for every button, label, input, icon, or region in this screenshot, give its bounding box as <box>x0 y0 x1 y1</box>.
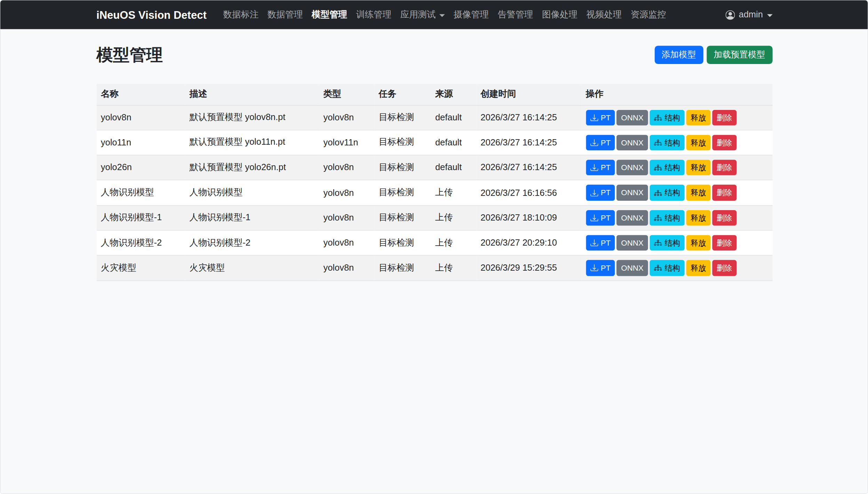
release-button[interactable]: 释放 <box>686 210 710 226</box>
column-header: 操作 <box>581 84 772 105</box>
cell-source: default <box>431 105 476 130</box>
nav-item[interactable]: 数据标注 <box>219 9 263 21</box>
app-brand[interactable]: iNeuOS Vision Detect <box>96 8 207 21</box>
delete-button[interactable]: 删除 <box>712 160 736 175</box>
download-pt-button[interactable]: PT <box>586 110 615 125</box>
structure-button[interactable]: 结构 <box>650 210 684 226</box>
button-label: 删除 <box>717 237 732 248</box>
cell-name: yolo11n <box>96 130 185 155</box>
user-menu[interactable]: admin <box>725 10 772 20</box>
model-table: 名称描述类型任务来源创建时间操作 yolov8n默认预置模型 yolov8n.p… <box>96 84 772 281</box>
page-canvas: iNeuOS Vision Detect 数据标注数据管理模型管理训练管理应用测… <box>0 0 868 494</box>
structure-button[interactable]: 结构 <box>650 235 684 251</box>
nav-item[interactable]: 模型管理 <box>307 9 351 21</box>
cell-source: 上传 <box>431 255 476 280</box>
structure-button[interactable]: 结构 <box>650 135 684 150</box>
cell-actions: PTONNX结构释放删除 <box>581 255 772 280</box>
onnx-button[interactable]: ONNX <box>617 185 648 200</box>
person-circle-icon <box>725 10 735 19</box>
onnx-button[interactable]: ONNX <box>617 160 648 175</box>
column-header: 描述 <box>185 84 319 105</box>
onnx-button[interactable]: ONNX <box>617 210 648 226</box>
button-label: PT <box>601 137 611 148</box>
cell-task: 目标检测 <box>374 130 431 155</box>
cell-type: yolov8n <box>319 230 374 255</box>
table-row: yolov8n默认预置模型 yolov8n.ptyolov8n目标检测defau… <box>96 105 772 130</box>
download-icon <box>590 264 598 272</box>
cell-type: yolov11n <box>319 130 374 155</box>
release-button[interactable]: 释放 <box>686 160 710 175</box>
nav-item[interactable]: 数据管理 <box>263 9 307 21</box>
release-button[interactable]: 释放 <box>686 110 710 125</box>
delete-button[interactable]: 删除 <box>712 135 736 150</box>
table-row: 人物识别模型-2人物识别模型-2yolov8n目标检测上传2026/3/27 2… <box>96 230 772 255</box>
button-label: 删除 <box>717 112 732 123</box>
nav-item[interactable]: 应用测试 <box>396 9 449 21</box>
add-model-button[interactable]: 添加模型 <box>654 46 703 64</box>
download-pt-button[interactable]: PT <box>586 135 615 150</box>
diagram-icon <box>654 114 662 121</box>
delete-button[interactable]: 删除 <box>712 260 736 276</box>
onnx-button[interactable]: ONNX <box>617 260 648 276</box>
structure-button[interactable]: 结构 <box>650 160 684 175</box>
structure-button[interactable]: 结构 <box>650 260 684 276</box>
cell-type: yolov8n <box>319 255 374 280</box>
button-label: 释放 <box>691 262 706 273</box>
cell-desc: 默认预置模型 yolov8n.pt <box>185 105 319 130</box>
cell-name: 人物识别模型-2 <box>96 230 185 255</box>
download-pt-button[interactable]: PT <box>586 210 615 226</box>
chevron-down-icon <box>767 14 772 17</box>
cell-actions: PTONNX结构释放删除 <box>581 230 772 255</box>
nav-item[interactable]: 摄像管理 <box>449 9 493 21</box>
button-label: 释放 <box>691 137 706 148</box>
cell-created: 2026/3/27 16:14:25 <box>476 130 581 155</box>
cell-actions: PTONNX结构释放删除 <box>581 180 772 205</box>
nav-item[interactable]: 训练管理 <box>352 9 396 21</box>
nav-item-label: 告警管理 <box>498 9 533 21</box>
cell-created: 2026/3/29 15:29:55 <box>476 255 581 280</box>
button-label: 结构 <box>664 187 680 198</box>
download-pt-button[interactable]: PT <box>586 160 615 175</box>
column-header: 类型 <box>319 84 374 105</box>
onnx-button[interactable]: ONNX <box>617 135 648 150</box>
delete-button[interactable]: 删除 <box>712 110 736 125</box>
structure-button[interactable]: 结构 <box>650 185 684 200</box>
nav-item[interactable]: 告警管理 <box>493 9 537 21</box>
column-header: 创建时间 <box>476 84 581 105</box>
nav-item-label: 应用测试 <box>400 9 436 21</box>
nav-item[interactable]: 视频处理 <box>582 9 626 21</box>
button-label: 删除 <box>717 187 732 198</box>
download-icon <box>590 214 598 222</box>
cell-name: 火灾模型 <box>96 255 185 280</box>
download-pt-button[interactable]: PT <box>586 260 615 276</box>
column-header: 任务 <box>374 84 431 105</box>
top-navbar: iNeuOS Vision Detect 数据标注数据管理模型管理训练管理应用测… <box>0 0 868 29</box>
button-label: 结构 <box>664 212 680 223</box>
cell-desc: 默认预置模型 yolo26n.pt <box>185 155 319 180</box>
load-preset-model-button[interactable]: 加载预置模型 <box>707 46 772 64</box>
delete-button[interactable]: 删除 <box>712 210 736 226</box>
nav-item[interactable]: 图像处理 <box>537 9 582 21</box>
release-button[interactable]: 释放 <box>686 185 710 200</box>
cell-desc: 人物识别模型-2 <box>185 230 319 255</box>
download-pt-button[interactable]: PT <box>586 235 615 251</box>
button-label: ONNX <box>621 137 643 148</box>
cell-task: 目标检测 <box>374 205 431 230</box>
button-label: ONNX <box>621 112 643 123</box>
button-label: 删除 <box>717 212 732 223</box>
onnx-button[interactable]: ONNX <box>617 235 648 251</box>
onnx-button[interactable]: ONNX <box>617 110 648 125</box>
button-label: 结构 <box>664 137 680 148</box>
table-row: 火灾模型火灾模型yolov8n目标检测上传2026/3/29 15:29:55P… <box>96 255 772 280</box>
release-button[interactable]: 释放 <box>686 235 710 251</box>
download-pt-button[interactable]: PT <box>586 185 615 200</box>
button-label: 结构 <box>664 112 680 123</box>
table-row: yolo11n默认预置模型 yolo11n.ptyolov11n目标检测defa… <box>96 130 772 155</box>
release-button[interactable]: 释放 <box>686 260 710 276</box>
release-button[interactable]: 释放 <box>686 135 710 150</box>
nav-item[interactable]: 资源监控 <box>626 9 670 21</box>
delete-button[interactable]: 删除 <box>712 185 736 200</box>
delete-button[interactable]: 删除 <box>712 235 736 251</box>
cell-desc: 火灾模型 <box>185 255 319 280</box>
structure-button[interactable]: 结构 <box>650 110 684 125</box>
